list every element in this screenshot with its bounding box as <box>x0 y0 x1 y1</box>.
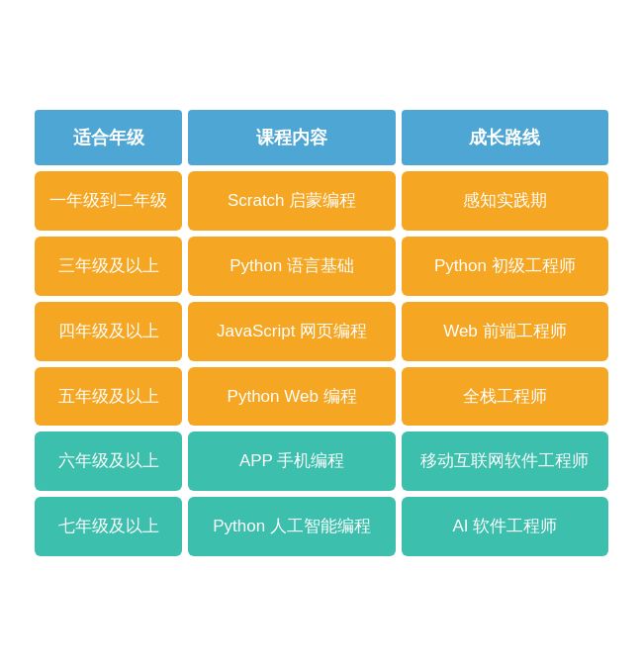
table-row-0: 一年级到二年级Scratch 启蒙编程感知实践期 <box>35 171 608 231</box>
table-header: 适合年级 课程内容 成长路线 <box>35 110 608 165</box>
header-course: 课程内容 <box>188 110 395 165</box>
course-cell-3: Python Web 编程 <box>188 367 395 427</box>
path-cell-0: 感知实践期 <box>402 171 608 231</box>
grade-cell-5: 七年级及以上 <box>35 497 182 556</box>
header-path: 成长路线 <box>402 110 608 165</box>
table-row-3: 五年级及以上Python Web 编程全栈工程师 <box>35 367 608 427</box>
table-row-2: 四年级及以上JavaScript 网页编程Web 前端工程师 <box>35 302 608 361</box>
course-cell-5: Python 人工智能编程 <box>188 497 395 556</box>
path-cell-5: AI 软件工程师 <box>402 497 608 556</box>
grade-cell-3: 五年级及以上 <box>35 367 182 427</box>
course-cell-4: APP 手机编程 <box>188 432 395 491</box>
curriculum-table: 适合年级 课程内容 成长路线 一年级到二年级Scratch 启蒙编程感知实践期三… <box>35 110 608 562</box>
course-cell-1: Python 语言基础 <box>188 237 395 296</box>
course-cell-2: JavaScript 网页编程 <box>188 302 395 361</box>
path-cell-3: 全栈工程师 <box>402 367 608 427</box>
grade-cell-2: 四年级及以上 <box>35 302 182 361</box>
path-cell-4: 移动互联网软件工程师 <box>402 432 608 491</box>
table-row-1: 三年级及以上Python 语言基础Python 初级工程师 <box>35 237 608 296</box>
table-row-4: 六年级及以上APP 手机编程移动互联网软件工程师 <box>35 432 608 491</box>
table-row-5: 七年级及以上Python 人工智能编程AI 软件工程师 <box>35 497 608 556</box>
path-cell-1: Python 初级工程师 <box>402 237 608 296</box>
grade-cell-4: 六年级及以上 <box>35 432 182 491</box>
grade-cell-0: 一年级到二年级 <box>35 171 182 231</box>
course-cell-0: Scratch 启蒙编程 <box>188 171 395 231</box>
grade-cell-1: 三年级及以上 <box>35 237 182 296</box>
path-cell-2: Web 前端工程师 <box>402 302 608 361</box>
header-grade: 适合年级 <box>35 110 182 165</box>
